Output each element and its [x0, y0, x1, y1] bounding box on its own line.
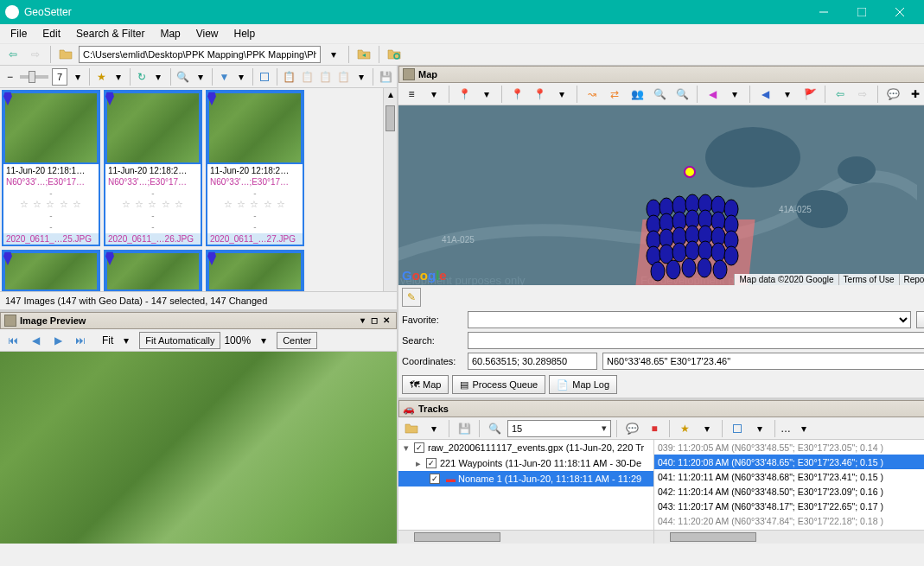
tracks-count-combo[interactable]: 15▾: [507, 420, 611, 437]
nav-flag-button[interactable]: 🚩: [800, 85, 819, 104]
view-button[interactable]: [728, 419, 747, 438]
tree-row-waypoints[interactable]: ▸ ✓ 221 Waypoints (11-Jun-20 11:18:11 AM…: [398, 455, 653, 471]
tracks-open-dropdown[interactable]: ▾: [424, 419, 443, 438]
panel-close-button[interactable]: ✕: [380, 315, 392, 327]
marker-remove-dropdown[interactable]: ▾: [552, 85, 571, 104]
waypoint-hscroll[interactable]: [654, 530, 924, 544]
panel-dropdown-button[interactable]: ▾: [356, 315, 368, 327]
folder-refresh-button[interactable]: [385, 45, 404, 64]
checkbox[interactable]: ✓: [430, 474, 440, 484]
marker-button[interactable]: 📍: [455, 85, 474, 104]
marker-remove-button[interactable]: 📍: [530, 85, 549, 104]
waypoint-list[interactable]: 039: 11:20:05 AM (N60°33'48.55"; E30°17'…: [654, 440, 924, 530]
paste2-button[interactable]: 📋: [318, 67, 333, 86]
panel-restore-button[interactable]: ◻: [368, 315, 380, 327]
maximize-button[interactable]: [843, 0, 881, 24]
chat-button[interactable]: 💬: [883, 85, 902, 104]
waypoint-row[interactable]: 043: 11:20:17 AM (N60°33'48.17"; E30°17'…: [654, 499, 924, 513]
map-tab-button[interactable]: 🗺Map: [402, 375, 449, 394]
chat-button[interactable]: 💬: [622, 419, 641, 438]
copy-button[interactable]: 📋: [282, 67, 296, 86]
thumbnail-card[interactable]: 11-Jun-20 12:18:2… N60°33'…;E30°17… - ☆ …: [104, 90, 202, 246]
zoom-out-button[interactable]: −: [3, 67, 16, 86]
zoom-slider[interactable]: [20, 75, 48, 79]
tree-row-track[interactable]: ✓ ▬ Noname 1 (11-Jun-20, 11:18:11 AM - 1…: [398, 471, 653, 487]
fit-mode-button[interactable]: Fit Automatically: [139, 332, 220, 349]
waypoint-row[interactable]: 044: 11:20:20 AM (N60°33'47.84"; E30°17'…: [654, 513, 924, 528]
nav-prev-blue[interactable]: ◀: [755, 85, 774, 104]
rating-stars[interactable]: ☆ ☆ ☆ ☆ ☆: [6, 199, 96, 210]
favorite-folder-button[interactable]: ★: [95, 67, 108, 86]
favorite-combo[interactable]: [468, 311, 911, 328]
map-view[interactable]: 41A-025 41A-025 41A-025 velopment purpos…: [398, 105, 924, 285]
tree-hscroll[interactable]: [398, 530, 653, 544]
search-button[interactable]: 🔍: [175, 67, 190, 86]
report-link[interactable]: Report a map error: [899, 274, 924, 285]
paste-button[interactable]: 📋: [300, 67, 315, 86]
thumbnail-card[interactable]: [104, 250, 202, 291]
paste3-button[interactable]: 📋: [336, 67, 351, 86]
thumbnail-card[interactable]: [206, 250, 304, 291]
marker-pink-button[interactable]: ◀: [703, 85, 722, 104]
track-people-button[interactable]: 👥: [628, 85, 647, 104]
terms-link[interactable]: Terms of Use: [838, 274, 899, 285]
more-label[interactable]: …: [781, 423, 791, 435]
track-sync-button[interactable]: ⇄: [605, 85, 624, 104]
coords-dms-input[interactable]: [602, 353, 924, 370]
waypoint-row[interactable]: 041: 11:20:11 AM (N60°33'48.68"; E30°17'…: [654, 469, 924, 484]
forward-button[interactable]: ⇨: [853, 85, 872, 104]
tree-row-gpx[interactable]: ▾ ✓ raw_202006111117_events.gpx (11-Jun-…: [398, 440, 653, 455]
process-queue-button[interactable]: ▤Process Queue: [452, 375, 545, 394]
last-image-button[interactable]: ⏭: [71, 331, 90, 350]
track-search-button[interactable]: 🔍: [650, 85, 669, 104]
add-edit-button[interactable]: Add/Edit…: [916, 311, 924, 328]
menu-search-filter[interactable]: Search & Filter: [69, 26, 151, 41]
menu-edit[interactable]: Edit: [35, 26, 67, 41]
checkbox[interactable]: ✓: [414, 442, 424, 453]
map-log-button[interactable]: 📄Map Log: [549, 375, 617, 394]
thumbs-scrollbar[interactable]: ▴: [383, 88, 397, 291]
fit-dropdown[interactable]: ▾: [117, 331, 136, 350]
next-image-button[interactable]: ▶: [48, 331, 67, 350]
expander-icon[interactable]: ▸: [414, 458, 423, 469]
tracks-open-button[interactable]: [402, 419, 421, 438]
tracks-tree[interactable]: ▾ ✓ raw_202006111117_events.gpx (11-Jun-…: [398, 440, 654, 544]
select-all-button[interactable]: [258, 67, 271, 86]
menu-map[interactable]: Map: [153, 26, 187, 41]
back-button[interactable]: ⇦: [831, 85, 850, 104]
menu-help[interactable]: Help: [227, 26, 263, 41]
nav-prev-blue-dropdown[interactable]: ▾: [778, 85, 797, 104]
map-opts-button[interactable]: ≡: [402, 85, 421, 104]
search-dropdown[interactable]: ▾: [194, 67, 207, 86]
thumbnail-card[interactable]: 11-Jun-20 12:18:1… N60°33'…;E30°17… - ☆ …: [2, 90, 100, 246]
filter-dropdown[interactable]: ▾: [234, 67, 247, 86]
marker-cluster[interactable]: /* decorative blobs drawn inline below *…: [632, 176, 762, 285]
nav-back-button[interactable]: ⇦: [3, 45, 22, 64]
marker-pink-dropdown[interactable]: ▾: [725, 85, 744, 104]
waypoint-row[interactable]: 042: 11:20:14 AM (N60°33'48.50"; E30°17'…: [654, 484, 924, 499]
favorite-dropdown[interactable]: ▾: [698, 419, 717, 438]
favorite-button[interactable]: ★: [675, 419, 694, 438]
folder-open-button[interactable]: [56, 45, 75, 64]
save-button[interactable]: 💾: [379, 67, 393, 86]
zoom-reset-button[interactable]: 🔍: [672, 85, 691, 104]
crosshair-button[interactable]: ✚: [906, 85, 924, 104]
coords-dec-input[interactable]: [468, 353, 597, 370]
first-image-button[interactable]: ⏮: [3, 331, 22, 350]
refresh-dropdown[interactable]: ▾: [152, 67, 165, 86]
menu-file[interactable]: File: [3, 26, 34, 41]
minimize-button[interactable]: [805, 0, 843, 24]
rating-stars[interactable]: ☆ ☆ ☆ ☆ ☆: [108, 199, 198, 210]
track-button[interactable]: ↝: [583, 85, 602, 104]
edit-marker-button[interactable]: ✎: [402, 288, 421, 307]
prev-image-button[interactable]: ◀: [26, 331, 45, 350]
marker-add-button[interactable]: 📍: [507, 85, 526, 104]
menu-view[interactable]: View: [189, 26, 226, 41]
paste-dropdown[interactable]: ▾: [354, 67, 367, 86]
center-button[interactable]: Center: [277, 332, 317, 349]
more-dropdown[interactable]: ▾: [794, 419, 813, 438]
close-button[interactable]: [881, 0, 919, 24]
favorite-dropdown[interactable]: ▾: [112, 67, 124, 86]
filter-button[interactable]: ▼: [218, 67, 231, 86]
path-dropdown-button[interactable]: ▾: [324, 45, 343, 64]
